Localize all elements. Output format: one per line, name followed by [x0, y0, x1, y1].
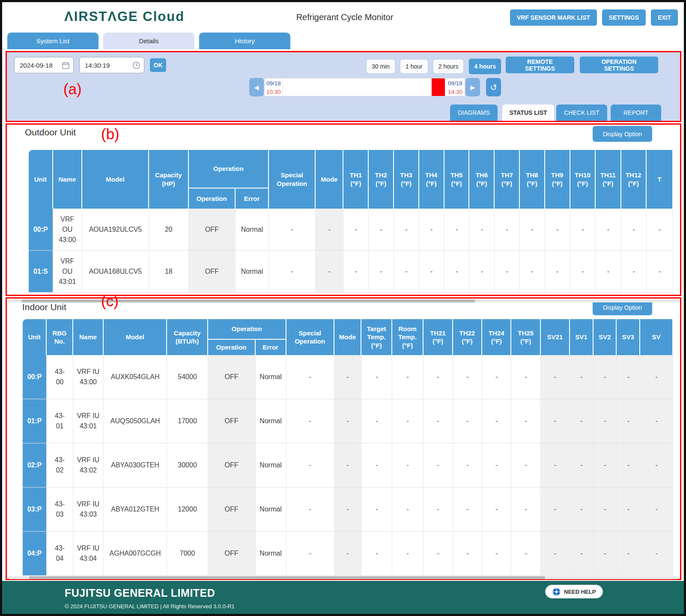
cell-room-temp: -	[392, 355, 424, 399]
cell-sv-3: -	[617, 487, 640, 532]
cell-room-temp: -	[392, 532, 424, 576]
cell-name: VRF IU 43:03	[73, 487, 104, 532]
cell-special-operation: -	[286, 532, 334, 576]
cell-partial: -	[640, 355, 673, 399]
settings-button[interactable]: SETTINGS	[602, 9, 646, 26]
cell-unit: 01:P	[23, 399, 47, 443]
col-th7-label: TH7	[501, 171, 513, 179]
cell-operation: OFF	[208, 443, 256, 487]
ok-button[interactable]: OK	[150, 58, 166, 72]
timeline-slider[interactable]: 09/18 10:30 09/18 14:30	[264, 78, 465, 96]
col-operation-group-label: Operation	[232, 325, 262, 333]
col-th6-label: TH6	[476, 171, 488, 179]
col-name-label: Name	[79, 333, 97, 341]
timeline-end-date: 09/18	[448, 79, 462, 88]
col-th1: TH1(°F)	[343, 150, 369, 209]
range-2hours-button[interactable]: 2 hours	[433, 60, 464, 73]
col-sv21: SV21	[541, 319, 570, 355]
cell-target-temp: -	[361, 399, 392, 443]
col-th9: TH9(°F)	[545, 150, 570, 209]
cell-partial: -	[640, 443, 673, 487]
indoor-row: 01:P43-01VRF IU 43:01AUQS050GLAH17000OFF…	[23, 399, 673, 443]
cell-room-temp: -	[392, 487, 424, 532]
airstage-cloud-logo: ΛIRSTΛGE Cloud	[64, 9, 185, 24]
tab-check-list[interactable]: CHECK LIST	[556, 105, 607, 121]
clock-icon[interactable]	[132, 61, 140, 69]
col-partial-label: SV	[652, 333, 661, 341]
col-unit: Unit	[23, 319, 47, 355]
range-1hour-button[interactable]: 1 hour	[400, 60, 428, 73]
range-30min-button[interactable]: 30 min	[367, 60, 395, 73]
col-operation-group: Operation	[208, 319, 286, 340]
outdoor-display-option-button[interactable]: Display Option	[593, 126, 652, 142]
col-th8-unit: (°F)	[521, 179, 543, 188]
col-operation-sub-label: Operation	[216, 343, 247, 352]
cell-name: VRF OU 43:00	[53, 209, 82, 251]
cell-rbg-no: 43-02	[47, 443, 73, 487]
timeline-forward-button[interactable]: ▶	[465, 78, 480, 96]
col-partial: T	[647, 150, 673, 209]
indoor-row: 03:P43-03VRF IU 43:03ABYA012GTEH12000OFF…	[23, 487, 673, 532]
col-th8-label: TH8	[526, 171, 538, 179]
cell-sv-1: -	[570, 399, 594, 443]
cell-sv-3: -	[617, 443, 640, 487]
timeline-back-button[interactable]: ◀	[249, 78, 264, 96]
cell-model: AOUA168ULCV5	[82, 251, 149, 293]
cell-sv-0: -	[541, 355, 570, 399]
col-sv1: SV1	[570, 319, 594, 355]
life-ring-icon	[552, 588, 561, 596]
col-room-temp: Room Temp.(°F)	[392, 319, 424, 355]
calendar-icon[interactable]	[62, 61, 70, 69]
col-th2-label: TH2	[375, 171, 387, 179]
need-help-button[interactable]: NEED HELP	[545, 585, 603, 598]
cell-room-temp: -	[392, 443, 424, 487]
cell-th12: -	[621, 251, 647, 293]
col-mode: Mode	[316, 150, 343, 209]
cell-model: ABYA030GTEH	[104, 443, 167, 487]
col-target-temp: Target Temp.(°F)	[361, 319, 392, 355]
tab-system-list[interactable]: System List	[7, 33, 98, 49]
vrf-sensor-mark-list-button[interactable]: VRF SENSOR MARK LIST	[510, 9, 597, 26]
cell-th4: -	[419, 251, 444, 293]
cell-error: Normal	[236, 209, 269, 251]
tab-status-list[interactable]: STATUS LIST	[502, 105, 554, 121]
cell-error: Normal	[256, 355, 286, 399]
indoor-hscrollbar-track[interactable]	[9, 576, 678, 579]
col-th11-unit: (°F)	[597, 179, 619, 188]
col-th21: TH21(°F)	[424, 319, 453, 355]
cell-partial: -	[640, 399, 673, 443]
col-room-temp-label: Room Temp.	[393, 325, 422, 341]
refresh-button[interactable]: ↺	[486, 78, 501, 96]
exit-button[interactable]: EXIT	[651, 9, 678, 26]
cell-operation: OFF	[189, 251, 236, 293]
tab-report[interactable]: REPORT	[611, 105, 661, 121]
remote-settings-button[interactable]: REMOTE SETTINGS	[506, 57, 574, 73]
col-th6-unit: (°F)	[470, 179, 493, 188]
outdoor-hscrollbar-thumb[interactable]	[21, 299, 475, 302]
cell-capacity: 7000	[167, 532, 208, 576]
cell-th11: -	[596, 251, 621, 293]
tab-diagrams[interactable]: DIAGRAMS	[450, 105, 498, 121]
col-th7-unit: (°F)	[495, 179, 518, 188]
range-4hours-button[interactable]: 4 hours	[469, 59, 501, 74]
col-name: Name	[53, 150, 82, 209]
cell-special-operation: -	[286, 487, 334, 532]
timeline-handle[interactable]	[432, 78, 445, 96]
tab-history[interactable]: History	[199, 33, 290, 49]
timeline-end-label: 09/18 14:30	[446, 78, 464, 96]
col-th11: TH11(°F)	[596, 150, 621, 209]
cell-special-operation: -	[286, 355, 334, 399]
cell-th-3: -	[511, 355, 540, 399]
col-name: Name	[73, 319, 104, 355]
operation-settings-button[interactable]: OPERATION SETTINGS	[580, 57, 658, 73]
col-unit-label: Unit	[34, 175, 47, 184]
indoor-hscrollbar-thumb[interactable]	[29, 576, 545, 579]
timeline-start-date: 09/18	[266, 79, 281, 88]
tab-details[interactable]: Details	[103, 33, 194, 49]
col-mode-label: Mode	[321, 175, 337, 184]
cell-unit: 00:P	[29, 209, 53, 251]
cell-sv-1: -	[570, 532, 594, 576]
cell-th-2: -	[482, 399, 511, 443]
cell-special-operation: -	[269, 209, 316, 251]
outdoor-unit-title: Outdoor Unit	[25, 127, 76, 138]
